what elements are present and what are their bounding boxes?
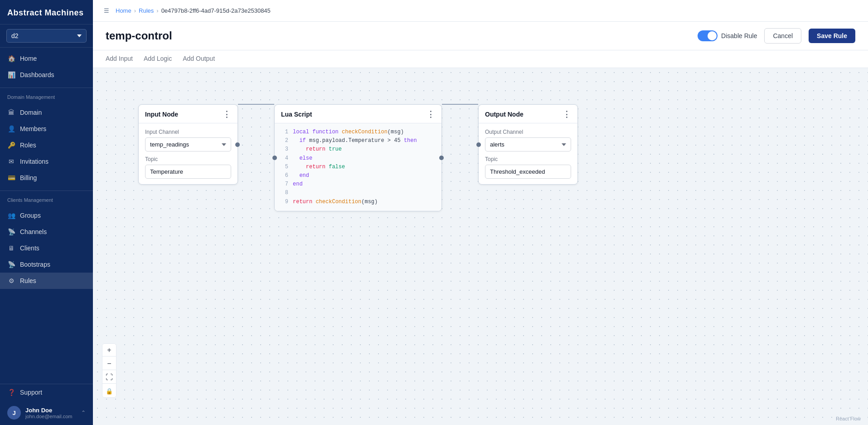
breadcrumb-sep-2: › (156, 7, 158, 14)
sidebar-item-bootstraps-label: Bootstraps (20, 261, 50, 268)
disable-rule-toggle[interactable] (698, 30, 718, 41)
topbar: ☰ Home › Rules › 0e4797b8-2ff6-4ad7-915d… (93, 0, 868, 22)
domain-section-label: Domain Management (0, 90, 93, 102)
input-channel-select[interactable]: temp_readings (145, 137, 231, 151)
canvas-area[interactable]: Input Node ⋮ Input Channel temp_readings… (93, 68, 868, 425)
save-rule-button[interactable]: Save Rule (809, 29, 855, 43)
lua-node-menu-btn[interactable]: ⋮ (427, 110, 435, 118)
output-topic-spacer: Topic (485, 156, 571, 179)
input-node-menu-btn[interactable]: ⋮ (223, 110, 231, 118)
sidebar-item-roles[interactable]: 🔑 Roles (0, 137, 93, 153)
code-line-1: 1 local function checkCondition(msg) (281, 128, 435, 137)
code-line-2: 2 if msg.payload.Temperature > 45 then (281, 137, 435, 145)
react-flow-label: React Flow (836, 416, 861, 421)
top-nav: 🏠 Home 📊 Dashboards (0, 48, 93, 86)
cancel-button[interactable]: Cancel (764, 28, 801, 44)
sidebar-item-clients-label: Clients (20, 244, 39, 252)
sidebar-item-rules[interactable]: ⚙ Rules (0, 273, 93, 289)
input-node-title: Input Node (145, 111, 178, 118)
zoom-reset-button[interactable]: 🔒 (102, 385, 116, 397)
tab-add-logic[interactable]: Add Logic (144, 50, 172, 68)
toggle-knob (708, 31, 717, 40)
zoom-fit-button[interactable]: ⛶ (102, 371, 116, 384)
groups-icon: 👥 (7, 211, 15, 220)
clients-icon: 🖥 (7, 244, 15, 252)
tab-add-input[interactable]: Add Input (106, 50, 133, 68)
breadcrumb-home[interactable]: Home (116, 7, 131, 14)
dashboards-icon: 📊 (7, 71, 15, 79)
domain-select-wrap: d2 (0, 24, 93, 48)
output-node-port-left (476, 142, 481, 147)
sidebar-item-home-label: Home (20, 55, 37, 62)
output-channel-label: Output Channel (485, 129, 571, 135)
breadcrumb-sep-1: › (134, 7, 136, 14)
sidebar-item-channels-label: Channels (20, 228, 47, 235)
domain-select[interactable]: d2 (6, 29, 87, 43)
output-topic-input[interactable] (485, 165, 571, 179)
breadcrumb-current: 0e4797b8-2ff6-4ad7-915d-2a73e2530845 (161, 7, 271, 14)
input-node-body: Input Channel temp_readings Topic (139, 123, 238, 184)
sidebar-item-groups[interactable]: 👥 Groups (0, 207, 93, 224)
app-logo: Abstract Machines (0, 0, 93, 24)
billing-icon: 💳 (7, 174, 15, 182)
user-email: john.doe@email.com (25, 414, 77, 419)
breadcrumb-rules[interactable]: Rules (139, 7, 154, 14)
zoom-out-button[interactable]: − (102, 357, 116, 370)
content-header: temp-control Disable Rule Cancel Save Ru… (93, 22, 868, 50)
domain-icon: 🏛 (7, 108, 15, 117)
clients-nav: 👥 Groups 📡 Channels 🖥 Clients 📡 Bootstra… (0, 205, 93, 292)
sidebar-item-invitations-label: Invitations (20, 158, 48, 165)
sidebar-item-domain[interactable]: 🏛 Domain (0, 104, 93, 121)
code-line-3: 3 return true (281, 145, 435, 154)
zoom-in-button[interactable]: + (102, 344, 116, 357)
user-info: John Doe john.doe@email.com (25, 407, 77, 419)
sidebar-bottom: ❓ Support J John Doe john.doe@email.com … (0, 384, 93, 425)
code-line-8: 8 (281, 189, 435, 197)
domain-nav: 🏛 Domain 👤 Members 🔑 Roles ✉ Invitations… (0, 102, 93, 189)
panel-toggle-icon[interactable]: ☰ (104, 7, 109, 14)
lua-node-body: 1 local function checkCondition(msg) 2 i… (275, 123, 441, 211)
sidebar-item-clients[interactable]: 🖥 Clients (0, 240, 93, 256)
user-name: John Doe (25, 407, 77, 414)
sidebar-item-invitations[interactable]: ✉ Invitations (0, 153, 93, 170)
user-row[interactable]: J John Doe john.doe@email.com ⌃ (0, 401, 93, 425)
code-line-9: 9 return checkCondition(msg) (281, 198, 435, 206)
rules-icon: ⚙ (7, 277, 15, 285)
output-topic-label: Topic (485, 156, 571, 162)
support-icon: ❓ (7, 388, 15, 396)
bootstraps-icon: 📡 (7, 260, 15, 269)
main-content: ☰ Home › Rules › 0e4797b8-2ff6-4ad7-915d… (93, 0, 868, 425)
sidebar-item-channels[interactable]: 📡 Channels (0, 224, 93, 240)
clients-section-label: Clients Management (0, 193, 93, 205)
input-channel-label: Input Channel (145, 129, 231, 135)
lua-node-title: Lua Script (281, 111, 312, 118)
flow-wrapper: Input Node ⋮ Input Channel temp_readings… (138, 104, 578, 211)
sidebar-item-groups-label: Groups (20, 212, 41, 219)
output-channel-select[interactable]: alerts (485, 137, 571, 151)
sidebar-item-roles-label: Roles (20, 142, 36, 149)
sidebar-item-members-label: Members (20, 125, 46, 132)
sidebar-item-dashboards[interactable]: 📊 Dashboards (0, 67, 93, 83)
sidebar-item-rules-label: Rules (20, 277, 36, 284)
code-line-5: 5 return false (281, 163, 435, 171)
output-node-header: Output Node ⋮ (479, 105, 577, 123)
home-icon: 🏠 (7, 54, 15, 63)
sidebar-item-domain-label: Domain (20, 109, 42, 116)
page-title: temp-control (106, 29, 690, 42)
user-chevron-icon: ⌃ (81, 410, 86, 416)
output-node-menu-btn[interactable]: ⋮ (563, 110, 571, 118)
lua-node-header: Lua Script ⋮ (275, 105, 441, 123)
input-topic-input[interactable] (145, 165, 231, 179)
sidebar-item-bootstraps[interactable]: 📡 Bootstraps (0, 256, 93, 273)
roles-icon: 🔑 (7, 141, 15, 149)
lua-node-port-right (439, 156, 444, 160)
sidebar-item-home[interactable]: 🏠 Home (0, 50, 93, 67)
sidebar-item-support[interactable]: ❓ Support (0, 384, 93, 401)
sidebar-item-dashboards-label: Dashboards (20, 71, 54, 78)
sidebar-item-members[interactable]: 👤 Members (0, 121, 93, 137)
output-node-body: Output Channel alerts Topic (479, 123, 577, 184)
tab-add-output[interactable]: Add Output (183, 50, 215, 68)
sidebar: Abstract Machines d2 🏠 Home 📊 Dashboards… (0, 0, 93, 425)
sidebar-item-billing[interactable]: 💳 Billing (0, 170, 93, 186)
output-node-title: Output Node (485, 111, 524, 118)
